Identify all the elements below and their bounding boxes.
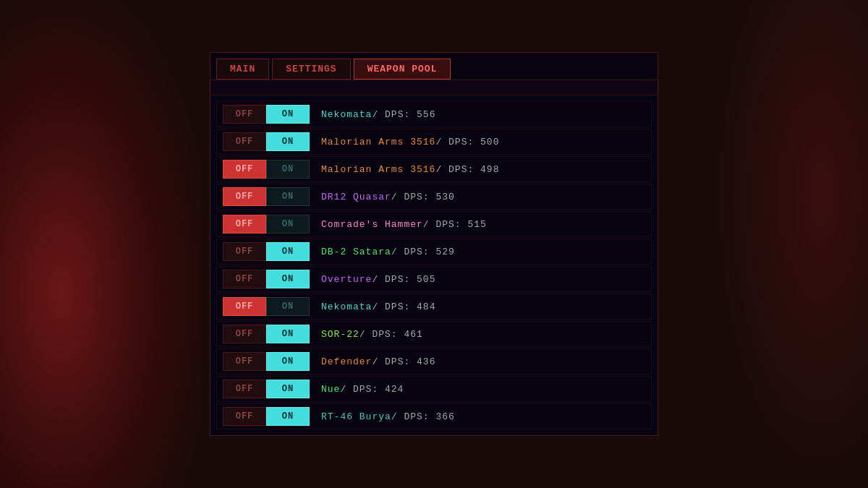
weapon-dps: / DPS: 529 bbox=[391, 247, 455, 257]
weapon-row: OFFONNekomata / DPS: 484 bbox=[216, 294, 652, 320]
toggle-group: OFFON bbox=[223, 297, 310, 316]
toggle-off-button[interactable]: OFF bbox=[223, 132, 266, 151]
toggle-off-button[interactable]: OFF bbox=[223, 325, 266, 343]
tab-weapon-pool[interactable]: WEAPON POOL bbox=[354, 59, 451, 80]
weapon-row: OFFONDB-2 Satara / DPS: 529 bbox=[216, 239, 652, 265]
weapon-name: RT-46 Burya bbox=[321, 411, 391, 422]
toggle-off-button[interactable]: OFF bbox=[223, 270, 266, 288]
weapon-name: DB-2 Satara bbox=[321, 247, 391, 257]
weapon-row: OFFONMalorian Arms 3516 / DPS: 498 bbox=[216, 156, 652, 182]
weapon-dps: / DPS: 424 bbox=[340, 384, 404, 395]
toggle-on-button[interactable]: ON bbox=[266, 270, 310, 288]
section-header bbox=[210, 80, 658, 95]
toggle-group: OFFON bbox=[223, 270, 310, 288]
toggle-group: OFFON bbox=[223, 242, 310, 261]
weapon-name: Overture bbox=[321, 274, 372, 285]
weapon-row: OFFONDefender / DPS: 436 bbox=[216, 348, 652, 374]
weapon-row: OFFONRT-46 Burya / DPS: 366 bbox=[216, 403, 652, 429]
weapon-dps: / DPS: 556 bbox=[372, 109, 435, 120]
bg-decoration-left bbox=[0, 0, 203, 488]
toggle-on-button[interactable]: ON bbox=[266, 187, 310, 206]
toggle-on-button[interactable]: ON bbox=[266, 325, 310, 343]
toggle-on-button[interactable]: ON bbox=[266, 380, 310, 398]
weapon-dps: / DPS: 461 bbox=[359, 329, 423, 340]
weapon-dps: / DPS: 515 bbox=[423, 219, 487, 230]
weapon-name: Malorian Arms 3516 bbox=[321, 137, 435, 147]
weapon-row: OFFONOverture / DPS: 505 bbox=[216, 266, 652, 292]
weapon-row: OFFONDR12 Quasar / DPS: 530 bbox=[216, 184, 652, 210]
tab-bar: MAIN SETTINGS WEAPON POOL bbox=[210, 53, 658, 80]
toggle-off-button[interactable]: OFF bbox=[223, 105, 266, 124]
toggle-off-button[interactable]: OFF bbox=[223, 380, 266, 398]
toggle-group: OFFON bbox=[223, 380, 310, 398]
toggle-off-button[interactable]: OFF bbox=[223, 215, 266, 234]
weapon-name: Malorian Arms 3516 bbox=[321, 164, 435, 175]
toggle-off-button[interactable]: OFF bbox=[223, 407, 266, 426]
weapon-row: OFFONNue / DPS: 424 bbox=[216, 376, 652, 402]
weapon-dps: / DPS: 505 bbox=[372, 274, 435, 285]
toggle-group: OFFON bbox=[223, 407, 310, 426]
toggle-off-button[interactable]: OFF bbox=[223, 187, 266, 206]
tab-settings[interactable]: SETTINGS bbox=[272, 59, 350, 80]
weapon-name: Nue bbox=[321, 384, 340, 395]
toggle-group: OFFON bbox=[223, 352, 310, 371]
weapon-name: Defender bbox=[321, 356, 372, 367]
weapon-row: OFFONMalorian Arms 3516 / DPS: 500 bbox=[216, 129, 652, 155]
weapon-dps: / DPS: 484 bbox=[372, 301, 435, 312]
toggle-on-button[interactable]: ON bbox=[266, 297, 310, 316]
toggle-group: OFFON bbox=[223, 132, 310, 151]
toggle-on-button[interactable]: ON bbox=[266, 105, 310, 124]
toggle-on-button[interactable]: ON bbox=[266, 215, 310, 234]
weapon-name: Nekomata bbox=[321, 109, 372, 120]
toggle-on-button[interactable]: ON bbox=[266, 242, 310, 261]
toggle-group: OFFON bbox=[223, 215, 310, 234]
toggle-off-button[interactable]: OFF bbox=[223, 160, 266, 179]
weapon-row: OFFONNekomata / DPS: 556 bbox=[216, 101, 652, 127]
toggle-group: OFFON bbox=[223, 187, 310, 206]
toggle-off-button[interactable]: OFF bbox=[223, 297, 266, 316]
weapon-dps: / DPS: 498 bbox=[435, 164, 499, 175]
weapon-row: OFFONComrade's Hammer / DPS: 515 bbox=[216, 211, 652, 237]
weapon-dps: / DPS: 530 bbox=[391, 192, 455, 202]
weapon-name: DR12 Quasar bbox=[321, 192, 391, 202]
weapon-row: OFFONSOR-22 / DPS: 461 bbox=[216, 321, 652, 347]
weapon-dps: / DPS: 366 bbox=[391, 411, 455, 422]
toggle-on-button[interactable]: ON bbox=[266, 160, 310, 179]
weapon-name: Nekomata bbox=[321, 301, 372, 312]
toggle-group: OFFON bbox=[223, 160, 310, 179]
toggle-off-button[interactable]: OFF bbox=[223, 352, 266, 371]
toggle-on-button[interactable]: ON bbox=[266, 407, 310, 426]
weapon-name: Comrade's Hammer bbox=[321, 219, 423, 230]
toggle-group: OFFON bbox=[223, 105, 310, 124]
toggle-on-button[interactable]: ON bbox=[266, 352, 310, 371]
weapon-dps: / DPS: 436 bbox=[372, 356, 435, 367]
toggle-group: OFFON bbox=[223, 325, 310, 343]
weapon-list: OFFONNekomata / DPS: 556OFFONMalorian Ar… bbox=[210, 95, 658, 435]
toggle-on-button[interactable]: ON bbox=[266, 132, 310, 151]
main-panel: MAIN SETTINGS WEAPON POOL OFFONNekomata … bbox=[210, 52, 658, 436]
weapon-dps: / DPS: 500 bbox=[435, 137, 499, 147]
toggle-off-button[interactable]: OFF bbox=[223, 242, 266, 261]
weapon-name: SOR-22 bbox=[321, 329, 359, 340]
bg-decoration-right bbox=[709, 0, 868, 488]
tab-main[interactable]: MAIN bbox=[216, 59, 269, 80]
